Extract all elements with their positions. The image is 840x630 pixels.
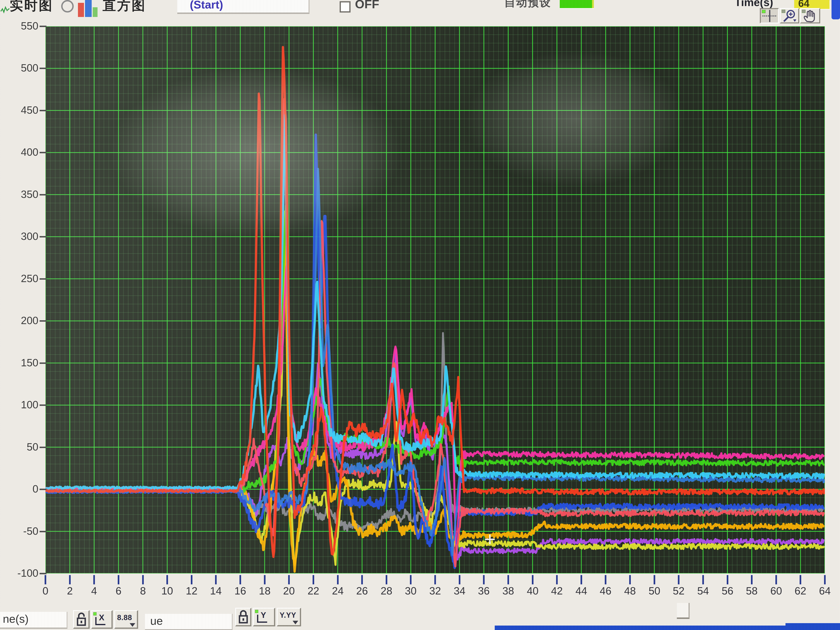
x-tick-label: 58 bbox=[746, 585, 758, 597]
y-tick-mark bbox=[39, 362, 46, 364]
y-tick-mark bbox=[39, 531, 46, 532]
x-tick-mark bbox=[751, 575, 753, 584]
x-tick-mark bbox=[629, 575, 631, 584]
x-tick-label: 8 bbox=[140, 585, 146, 597]
x-tick-label: 40 bbox=[527, 585, 538, 597]
x-tick-mark bbox=[556, 575, 558, 584]
histogram-radio-button[interactable] bbox=[61, 0, 74, 13]
x-tick-mark bbox=[191, 575, 193, 584]
x-tick-mark bbox=[45, 575, 46, 584]
y-tick-label: -50 bbox=[4, 525, 38, 537]
dropdown-arrow-icon bbox=[129, 623, 135, 627]
x-tick-label: 26 bbox=[356, 585, 368, 597]
x-tick-label: 12 bbox=[186, 585, 197, 597]
x-tick-label: 56 bbox=[722, 585, 733, 597]
start-button[interactable]: (Start) bbox=[177, 0, 309, 14]
x-tick-label: 36 bbox=[478, 585, 489, 597]
y-tick-label: 250 bbox=[4, 272, 38, 284]
closed-padlock-icon bbox=[236, 609, 251, 625]
y-tick-mark bbox=[39, 236, 46, 237]
x-tick-label: 22 bbox=[308, 585, 319, 597]
y-tick-label: -100 bbox=[4, 567, 38, 579]
off-checkbox-label: OFF bbox=[355, 0, 379, 11]
y-tick-mark bbox=[39, 110, 46, 111]
pan-tool-button[interactable] bbox=[800, 8, 820, 24]
x-tick-label: 34 bbox=[454, 585, 466, 597]
crosshair-icon bbox=[761, 9, 778, 23]
x-tick-label: 14 bbox=[210, 585, 222, 597]
x-autoscale-button[interactable]: X bbox=[91, 610, 113, 629]
waveform-chart[interactable] bbox=[46, 26, 825, 573]
zoom-tool-button[interactable] bbox=[780, 8, 799, 24]
x-tick-mark bbox=[678, 575, 679, 584]
signal-squiggle-icon bbox=[0, 3, 10, 14]
y-tick-label: 550 bbox=[4, 20, 38, 32]
time-max-value-field[interactable]: 64 bbox=[794, 0, 829, 9]
x-tick-mark bbox=[386, 575, 387, 584]
autoscale-dot bbox=[93, 612, 96, 616]
y-autoscale-button[interactable]: Y bbox=[253, 608, 275, 626]
x-tick-mark bbox=[240, 575, 241, 584]
y-tick-mark bbox=[39, 404, 46, 406]
y-tick-label: 400 bbox=[4, 146, 38, 158]
x-tick-label: 50 bbox=[649, 585, 660, 597]
y-scale-name-field[interactable]: ue bbox=[145, 614, 233, 630]
y-format-button[interactable]: Y.YY bbox=[277, 608, 301, 626]
y-scale-name: ue bbox=[150, 614, 163, 627]
tab-histogram[interactable]: 直方图 bbox=[103, 0, 146, 14]
x-tick-label: 44 bbox=[575, 585, 587, 597]
x-scale-name-field[interactable]: ne(s) bbox=[0, 612, 68, 629]
scrollbar-fragment bbox=[832, 0, 840, 19]
x-tick-mark bbox=[434, 575, 436, 584]
y-tick-mark bbox=[39, 489, 46, 490]
small-corner-button[interactable] bbox=[677, 603, 690, 619]
y-tick-label: 350 bbox=[4, 188, 38, 200]
crosshair-tool-button[interactable] bbox=[760, 8, 779, 24]
x-tick-label: 48 bbox=[624, 585, 636, 597]
x-tick-mark bbox=[654, 575, 655, 584]
x-tick-mark bbox=[459, 575, 460, 584]
y-tick-mark bbox=[39, 68, 46, 69]
x-tick-mark bbox=[605, 575, 606, 584]
y-tick-mark bbox=[39, 152, 46, 153]
y-tick-label: 0 bbox=[4, 483, 38, 495]
y-tick-label: 150 bbox=[4, 357, 38, 369]
magnifier-icon bbox=[781, 9, 798, 23]
dropdown-arrow-icon bbox=[292, 621, 298, 624]
y-tick-mark bbox=[39, 573, 46, 574]
y-format-label: Y.YY bbox=[279, 611, 296, 619]
auto-preset-label: 自动预设 bbox=[504, 0, 551, 10]
x-tick-label: 62 bbox=[794, 585, 806, 597]
y-tick-label: 500 bbox=[4, 62, 38, 74]
x-tick-label: 54 bbox=[697, 585, 709, 597]
off-checkbox[interactable] bbox=[339, 1, 351, 13]
x-tick-label: 46 bbox=[600, 585, 611, 597]
x-tick-mark bbox=[288, 575, 290, 584]
x-tick-label: 42 bbox=[551, 585, 563, 597]
axis-corner-icon bbox=[257, 615, 267, 623]
x-tick-mark bbox=[118, 575, 119, 584]
x-tick-label: 28 bbox=[381, 585, 392, 597]
x-tick-label: 24 bbox=[332, 585, 344, 597]
x-tick-mark bbox=[361, 575, 363, 584]
start-button-label: (Start) bbox=[190, 0, 223, 11]
x-tick-mark bbox=[337, 575, 339, 584]
x-tick-mark bbox=[410, 575, 412, 584]
x-tick-mark bbox=[69, 575, 71, 584]
tab-realtime-chart[interactable]: 实时图 bbox=[10, 0, 53, 14]
y-tick-mark bbox=[39, 26, 46, 27]
window-edge bbox=[785, 623, 840, 630]
x-tick-mark bbox=[93, 575, 95, 584]
status-indicator bbox=[560, 0, 594, 8]
x-format-button[interactable]: 8.88 bbox=[114, 610, 138, 629]
x-scale-lock-button[interactable] bbox=[73, 610, 90, 629]
realtime-monitor-window: 实时图 直方图 (Start) OFF 自动预设 Time(s) 64 bbox=[0, 0, 840, 630]
axis-corner-icon bbox=[95, 617, 106, 625]
x-tick-label: 0 bbox=[43, 585, 49, 597]
y-tick-label: 200 bbox=[4, 314, 38, 327]
y-scale-lock-button[interactable] bbox=[235, 608, 251, 626]
x-tick-mark bbox=[166, 575, 168, 584]
x-tick-mark bbox=[775, 575, 777, 584]
x-tick-label: 6 bbox=[116, 585, 122, 597]
x-scale-name: ne(s) bbox=[3, 612, 29, 625]
